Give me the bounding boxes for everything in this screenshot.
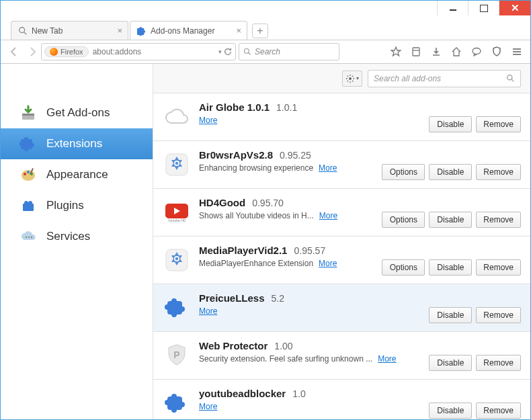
svg-text:Youtube HD: Youtube HD	[168, 218, 186, 222]
tab-addons-manager[interactable]: Add-ons Manager ×	[130, 21, 247, 40]
menu-icon[interactable]	[507, 42, 526, 61]
remove-button[interactable]: Remove	[476, 403, 521, 419]
chat-icon[interactable]	[467, 42, 486, 61]
svg-point-0	[19, 27, 25, 32]
extension-actions: OptionsDisableRemove	[382, 149, 521, 180]
search-bar[interactable]: Search	[239, 43, 339, 60]
bookmark-star-icon[interactable]	[386, 42, 405, 61]
forward-button[interactable]	[26, 42, 38, 61]
options-button[interactable]: Options	[382, 164, 425, 180]
extension-name: PreicueLLess	[199, 292, 265, 304]
extension-name: Br0wsrApVs2.8	[199, 149, 273, 161]
extension-row[interactable]: Youtube HDHD4Good0.95.70Shows all Youtub…	[153, 189, 530, 237]
extension-description: Security extension. Feel safe surfing un…	[199, 354, 372, 364]
tab-close-icon[interactable]: ×	[236, 26, 241, 36]
svg-text:P: P	[173, 349, 179, 360]
tab-strip: New Tab × Add-ons Manager × +	[1, 19, 530, 40]
disable-button[interactable]: Disable	[429, 355, 472, 371]
disable-button[interactable]: Disable	[429, 164, 472, 180]
more-link[interactable]: More	[319, 259, 337, 268]
svg-rect-17	[23, 204, 34, 211]
extension-version: 1.0	[292, 388, 305, 399]
nav-toolbar: Firefox about:addons ▾ Search	[1, 40, 530, 64]
remove-button[interactable]: Remove	[476, 212, 521, 228]
search-placeholder: Search	[255, 47, 280, 56]
window-minimize-button[interactable]	[437, 1, 468, 15]
disable-button[interactable]: Disable	[429, 259, 472, 276]
remove-button[interactable]: Remove	[476, 355, 521, 371]
svg-rect-11	[22, 114, 34, 116]
extension-version: 0.95.70	[252, 198, 284, 208]
cloud-icon	[161, 101, 192, 132]
extension-actions: OptionsDisableRemove	[382, 245, 521, 276]
addons-search-input[interactable]: Search all add-ons	[368, 70, 521, 87]
search-icon	[18, 26, 28, 36]
sidebar-item-get-add-ons[interactable]: Get Add-ons	[1, 97, 153, 128]
more-link[interactable]: More	[319, 211, 337, 220]
extension-row[interactable]: Br0wsrApVs2.80.95.25Enhancing browsing e…	[153, 141, 530, 189]
sidebar-item-services[interactable]: Services	[1, 221, 153, 252]
disable-button[interactable]: Disable	[429, 307, 472, 323]
more-link[interactable]: More	[199, 402, 217, 411]
puzzle-icon	[161, 292, 192, 323]
extension-actions: DisableRemove	[429, 340, 521, 371]
remove-button[interactable]: Remove	[476, 116, 521, 132]
more-link[interactable]: More	[199, 116, 217, 125]
dropdown-icon[interactable]: ▾	[218, 48, 222, 55]
search-icon	[506, 74, 515, 83]
svg-point-20	[26, 237, 27, 238]
sidebar-item-extensions[interactable]: Extensions	[1, 128, 153, 159]
more-link[interactable]: More	[319, 163, 337, 173]
extension-version: 0.95.25	[280, 150, 311, 161]
appstore-icon	[161, 245, 192, 276]
remove-button[interactable]: Remove	[476, 307, 521, 323]
new-tab-button[interactable]: +	[252, 24, 268, 38]
library-icon[interactable]	[407, 42, 425, 61]
options-button[interactable]: Options	[382, 259, 425, 276]
tab-new-tab[interactable]: New Tab ×	[11, 21, 128, 40]
window-close-button[interactable]	[499, 1, 530, 15]
firefox-icon	[50, 48, 58, 56]
appstore-icon	[161, 149, 192, 180]
disable-button[interactable]: Disable	[429, 403, 472, 419]
remove-button[interactable]: Remove	[476, 164, 521, 180]
more-link[interactable]: More	[378, 354, 396, 364]
sidebar-item-plugins[interactable]: Plugins	[1, 190, 153, 221]
remove-button[interactable]: Remove	[476, 259, 521, 276]
disable-button[interactable]: Disable	[429, 212, 472, 228]
more-link[interactable]: More	[199, 306, 217, 316]
downloads-icon[interactable]	[427, 42, 446, 61]
svg-point-6	[473, 48, 481, 54]
home-icon[interactable]	[447, 42, 466, 61]
extension-row[interactable]: PreicueLLess5.2MoreDisableRemove	[153, 284, 530, 332]
options-button[interactable]: Options	[382, 212, 425, 228]
extension-name: Web Protector	[199, 340, 268, 351]
dropdown-icon: ▾	[356, 75, 359, 81]
reload-icon[interactable]	[223, 47, 233, 56]
extension-row[interactable]: PWeb Protector1.00Security extension. Fe…	[153, 332, 530, 380]
extension-row[interactable]: MediaPlayerVid2.10.95.57MediaPlayerEnhan…	[153, 237, 530, 284]
url-bar[interactable]: Firefox about:addons ▾	[41, 43, 236, 60]
window-maximize-button[interactable]	[468, 1, 499, 15]
puzzle-icon	[161, 388, 192, 419]
extension-row[interactable]: Air Globe 1.0.11.0.1MoreDisableRemove	[153, 93, 530, 141]
disable-button[interactable]: Disable	[429, 116, 472, 132]
sidebar-item-label: Extensions	[46, 137, 102, 151]
svg-point-18	[24, 201, 28, 205]
sidebar-item-appearance[interactable]: Appearance	[1, 159, 153, 190]
extension-description: Shows all Youtube videos in H...	[199, 211, 314, 220]
tools-gear-button[interactable]: ▾	[342, 71, 362, 87]
tab-close-icon[interactable]: ×	[117, 26, 122, 36]
download-box-icon	[19, 104, 37, 122]
svg-point-2	[245, 49, 249, 54]
puzzle-icon	[137, 26, 147, 36]
svg-point-22	[31, 237, 32, 238]
extension-row[interactable]: youtubeadblocker1.0MoreDisableRemove	[153, 380, 530, 419]
sidebar-item-label: Appearance	[46, 168, 108, 181]
extension-actions: DisableRemove	[429, 292, 521, 323]
back-button[interactable]	[5, 42, 24, 61]
firefox-identity-chip[interactable]: Firefox	[44, 46, 89, 57]
palette-icon	[19, 166, 37, 183]
shield-icon[interactable]	[487, 42, 506, 61]
sidebar-item-label: Services	[46, 230, 90, 243]
